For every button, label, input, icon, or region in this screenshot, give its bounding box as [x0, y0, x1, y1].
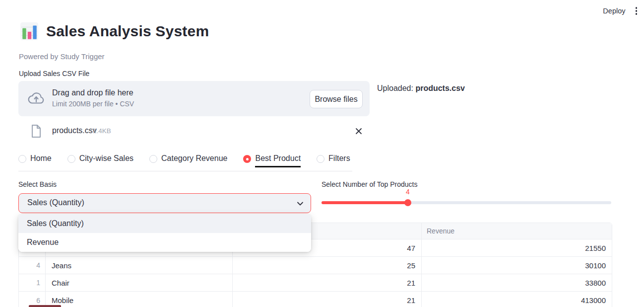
uploader-label: Upload Sales CSV File	[19, 70, 89, 77]
radio-option-label: City-wise Sales	[79, 153, 133, 167]
table-cell-index: 4	[19, 257, 45, 274]
radio-unselected-icon	[67, 155, 75, 163]
table-cell-product: Mobile	[45, 292, 232, 307]
kebab-menu-icon[interactable]	[633, 5, 641, 17]
table-cell-quantity: 21	[232, 292, 421, 307]
dropzone-title: Drag and drop file here	[52, 88, 133, 97]
basis-dropdown-menu: Sales (Quantity)Revenue	[18, 214, 311, 252]
remove-file-icon[interactable]	[354, 126, 364, 136]
file-name: products.csv	[52, 126, 97, 135]
page-subtitle: Powered by Study Trigger	[19, 52, 105, 61]
partial-element-bottom	[29, 305, 61, 307]
radio-unselected-icon	[18, 155, 26, 163]
radio-option-filters[interactable]: Filters	[317, 153, 350, 167]
cloud-upload-icon	[27, 90, 45, 106]
uploaded-status: Uploaded: products.csv	[377, 84, 465, 93]
dropdown-option-revenue[interactable]: Revenue	[18, 233, 311, 252]
table-cell-quantity: 21	[232, 274, 421, 292]
table-cell-revenue: 33800	[421, 274, 612, 292]
radio-option-label: Category Revenue	[161, 153, 227, 167]
uploaded-filename: products.csv	[415, 84, 465, 92]
browse-files-button[interactable]: Browse files	[310, 90, 363, 108]
radio-option-label: Filters	[328, 153, 350, 167]
table-row: 6Mobile21413000	[19, 292, 612, 307]
basis-selected-value: Sales (Quantity)	[27, 198, 84, 207]
radio-option-best-product[interactable]: Best Product	[243, 153, 301, 167]
radio-selected-icon	[243, 155, 251, 163]
table-cell-index: 1	[19, 274, 45, 292]
dropzone-hint: Limit 200MB per file • CSV	[52, 100, 134, 108]
basis-selectbox[interactable]: Sales (Quantity)	[18, 193, 311, 213]
slider-thumb[interactable]	[404, 199, 411, 206]
table-row: 4Jeans2530100	[19, 257, 612, 274]
table-cell-product: Chair	[45, 274, 232, 292]
table-cell-revenue: 30100	[421, 257, 612, 274]
radio-option-home[interactable]: Home	[18, 153, 52, 167]
radio-option-label: Best Product	[255, 153, 301, 167]
file-document-icon	[31, 124, 42, 138]
app-root: Deploy Sales Analysis System Powered by …	[0, 0, 644, 307]
table-row: 1Chair2133800	[19, 274, 612, 292]
chevron-down-icon	[296, 199, 305, 208]
radio-option-category-revenue[interactable]: Category Revenue	[149, 153, 227, 167]
uploaded-file-row: products.csv 1.4KB	[18, 122, 370, 142]
radio-option-city-wise-sales[interactable]: City-wise Sales	[67, 153, 133, 167]
deploy-button[interactable]: Deploy	[603, 7, 625, 15]
table-header-3: Revenue	[421, 223, 612, 239]
file-dropzone[interactable]: Drag and drop file here Limit 200MB per …	[18, 81, 370, 116]
title-row: Sales Analysis System	[20, 22, 209, 41]
slider-value: 4	[398, 188, 418, 196]
top-toolbar: Deploy	[603, 5, 640, 17]
view-radio-group: HomeCity-wise SalesCategory RevenueBest …	[18, 153, 350, 167]
dropdown-option-sales-quantity-[interactable]: Sales (Quantity)	[18, 214, 311, 233]
table-cell-revenue: 413000	[421, 292, 612, 307]
section-divider	[18, 171, 352, 171]
radio-option-label: Home	[30, 153, 52, 167]
table-cell-revenue: 21550	[421, 239, 612, 257]
radio-unselected-icon	[149, 155, 157, 163]
basis-select-label: Select Basis	[18, 180, 57, 188]
bar-chart-emoji-icon	[20, 22, 39, 41]
table-cell-product: Jeans	[45, 257, 232, 274]
page-title: Sales Analysis System	[46, 23, 209, 40]
table-cell-quantity: 25	[232, 257, 421, 274]
file-size: 1.4KB	[93, 127, 111, 135]
slider-track[interactable]	[322, 201, 611, 204]
top-products-slider-label: Select Number of Top Products	[322, 180, 418, 188]
slider-fill	[322, 201, 408, 204]
radio-unselected-icon	[317, 155, 324, 163]
